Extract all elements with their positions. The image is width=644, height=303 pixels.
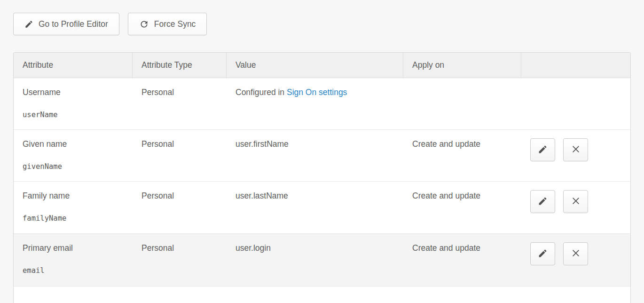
value-cell: user.login: [227, 234, 403, 286]
apply-on-cell: Create and update: [403, 234, 521, 286]
close-icon: [571, 248, 581, 259]
value-cell: user.lastName: [227, 182, 403, 233]
table-row: Family name familyName Personal user.las…: [14, 182, 630, 234]
apply-on-cell: [403, 78, 521, 129]
force-sync-button[interactable]: Force Sync: [128, 13, 207, 35]
column-header-attribute-type: Attribute Type: [133, 53, 227, 78]
pencil-icon: [538, 248, 548, 260]
table-row: Given name givenName Personal user.first…: [14, 130, 630, 182]
apply-on-cell: Create and update: [403, 182, 521, 233]
attribute-label: Family name: [23, 191, 128, 201]
attribute-cell: Primary email email: [14, 234, 133, 286]
value-cell: user.firstName: [227, 130, 403, 181]
close-icon: [571, 144, 581, 155]
table-header: Attribute Attribute Type Value Apply on: [14, 53, 630, 78]
go-to-profile-editor-label: Go to Profile Editor: [39, 19, 108, 29]
attribute-label: Given name: [23, 139, 128, 149]
attribute-variable: userName: [23, 111, 128, 119]
force-sync-label: Force Sync: [154, 19, 196, 29]
column-header-apply-on: Apply on: [403, 53, 521, 78]
actions-cell: [521, 182, 630, 233]
pencil-icon: [538, 196, 548, 207]
pencil-icon: [538, 144, 548, 156]
go-to-profile-editor-button[interactable]: Go to Profile Editor: [13, 13, 119, 35]
table-row: Username userName Personal Configured in…: [14, 78, 630, 130]
attribute-type-cell: Personal: [133, 234, 227, 286]
attribute-cell: Username userName: [14, 78, 133, 129]
edit-attribute-button[interactable]: [530, 190, 555, 213]
value-cell: Configured in Sign On settings: [227, 78, 403, 129]
table-row: [14, 287, 630, 303]
attribute-cell: Given name givenName: [14, 130, 133, 181]
close-icon: [571, 196, 581, 207]
table-row: Primary email email Personal user.login …: [14, 234, 630, 287]
delete-attribute-button[interactable]: [563, 190, 588, 213]
actions-cell: [521, 78, 630, 129]
attribute-label: Primary email: [23, 243, 128, 253]
attribute-type-cell: Personal: [133, 182, 227, 233]
attribute-cell: Family name familyName: [14, 182, 133, 233]
actions-cell: [521, 130, 630, 181]
column-header-attribute: Attribute: [14, 53, 133, 78]
attribute-variable: email: [23, 266, 128, 275]
attribute-type-cell: Personal: [133, 130, 227, 181]
attribute-type-cell: Personal: [133, 78, 227, 129]
edit-attribute-button[interactable]: [530, 242, 555, 265]
column-header-actions: [521, 53, 630, 78]
toolbar: Go to Profile Editor Force Sync: [13, 13, 207, 35]
attribute-variable: familyName: [23, 214, 128, 223]
sign-on-settings-link[interactable]: Sign On settings: [287, 88, 347, 97]
attribute-mapping-table: Attribute Attribute Type Value Apply on …: [13, 52, 631, 303]
apply-on-cell: Create and update: [403, 130, 521, 181]
actions-cell: [521, 234, 630, 286]
value-text: Configured in: [236, 88, 287, 97]
delete-attribute-button[interactable]: [563, 242, 588, 265]
sync-icon: [139, 19, 149, 29]
attribute-label: Username: [23, 88, 128, 97]
attribute-variable: givenName: [23, 162, 128, 171]
column-header-value: Value: [227, 53, 403, 78]
edit-attribute-button[interactable]: [530, 138, 555, 161]
pencil-icon: [24, 20, 33, 29]
delete-attribute-button[interactable]: [563, 138, 588, 161]
